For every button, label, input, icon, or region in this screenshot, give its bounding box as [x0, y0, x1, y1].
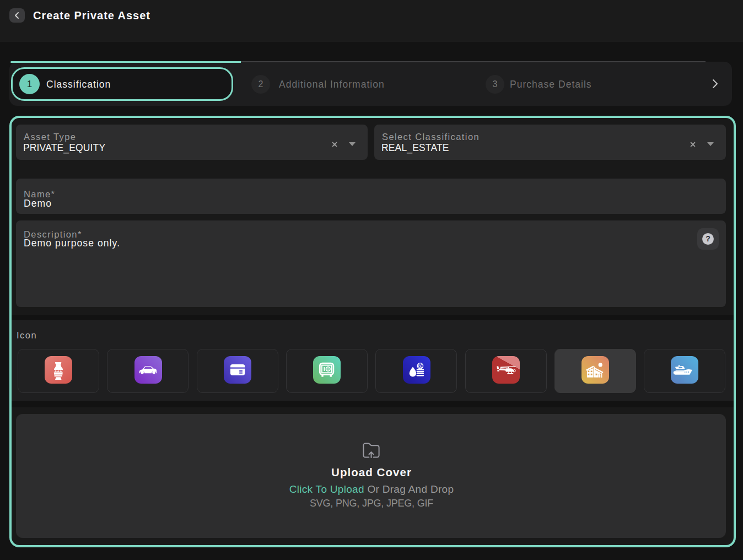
- svg-text:$: $: [419, 364, 422, 368]
